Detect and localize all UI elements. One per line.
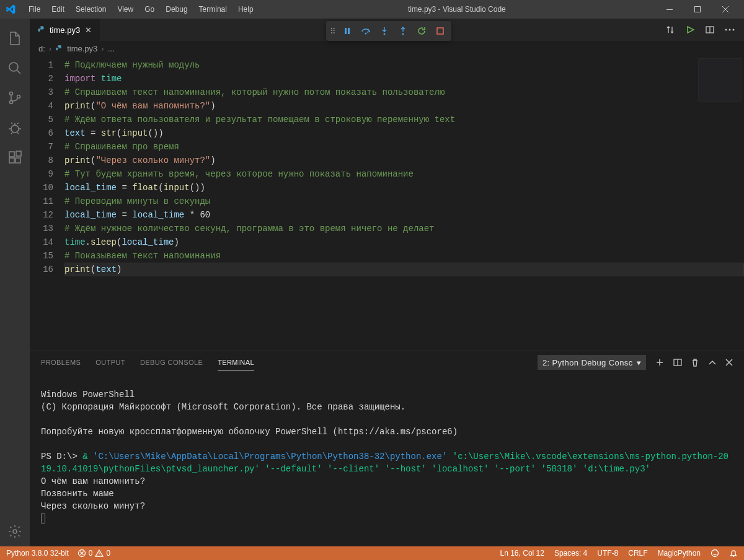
status-indent[interactable]: Spaces: 4 [554, 549, 587, 558]
svg-rect-9 [16, 158, 20, 163]
stop-button[interactable] [433, 24, 448, 38]
activity-bar [0, 19, 30, 546]
status-python-version[interactable]: Python 3.8.0 32-bit [6, 549, 69, 558]
terminal-output[interactable]: Windows PowerShell (C) Корпорация Майкро… [30, 374, 744, 546]
breadcrumb-file[interactable]: time.py3 [67, 44, 97, 53]
tab-terminal[interactable]: TERMINAL [218, 355, 254, 370]
terminal-selector-label: 2: Python Debug Consc [542, 358, 633, 367]
svg-point-13 [384, 33, 386, 35]
debug-icon[interactable] [0, 113, 30, 142]
terminal-cursor [41, 514, 45, 523]
menu-debug[interactable]: Debug [161, 2, 192, 16]
title-bar: File Edit Selection View Go Debug Termin… [0, 0, 744, 19]
status-problems[interactable]: 0 0 [78, 549, 110, 558]
maximize-button[interactable] [683, 0, 711, 19]
feedback-icon[interactable] [711, 549, 719, 558]
menu-selection[interactable]: Selection [71, 2, 111, 16]
step-out-button[interactable] [396, 24, 410, 38]
menu-file[interactable]: File [24, 2, 45, 16]
close-button[interactable] [711, 0, 739, 19]
status-language[interactable]: MagicPython [658, 549, 701, 558]
code-editor[interactable]: 12345678910111213141516 # Подключаем нуж… [30, 56, 744, 351]
editor-tab[interactable]: time.py3 ✕ [30, 19, 100, 41]
svg-point-3 [10, 92, 13, 95]
kill-terminal-icon[interactable] [691, 358, 699, 367]
breadcrumb-root[interactable]: d: [38, 44, 45, 53]
editor-tabs: time.py3 ✕ ⠿ [30, 19, 744, 41]
line-gutter: 12345678910111213141516 [30, 56, 64, 351]
python-file-icon [55, 45, 63, 53]
svg-rect-0 [666, 9, 673, 10]
status-encoding[interactable]: UTF-8 [597, 549, 618, 558]
step-over-button[interactable] [358, 24, 373, 38]
window-title: time.py3 - Visual Studio Code [259, 5, 655, 14]
run-icon[interactable] [683, 23, 697, 37]
split-editor-icon[interactable] [703, 23, 717, 37]
svg-point-17 [725, 29, 727, 31]
breadcrumb[interactable]: d: › time.py3 › ... [30, 41, 744, 56]
svg-point-22 [712, 550, 719, 557]
search-icon[interactable] [0, 53, 30, 83]
svg-rect-15 [437, 28, 443, 34]
compare-changes-icon[interactable] [663, 23, 677, 37]
vscode-logo-icon [5, 4, 16, 15]
menu-bar: File Edit Selection View Go Debug Termin… [24, 2, 259, 16]
tab-output[interactable]: OUTPUT [95, 355, 125, 370]
svg-point-6 [11, 125, 19, 133]
code-content[interactable]: # Подключаем нужный модульimport time# С… [64, 56, 744, 351]
drag-grip-icon[interactable]: ⠿ [330, 27, 336, 36]
extensions-icon[interactable] [0, 142, 30, 172]
svg-point-2 [9, 63, 18, 71]
window-controls [655, 0, 739, 19]
svg-point-14 [402, 33, 404, 35]
explorer-icon[interactable] [0, 24, 30, 53]
tab-debug-console[interactable]: DEBUG CONSOLE [140, 355, 203, 370]
pause-button[interactable] [340, 24, 355, 38]
svg-point-11 [13, 530, 17, 533]
bottom-panel: PROBLEMS OUTPUT DEBUG CONSOLE TERMINAL 2… [30, 351, 744, 546]
menu-view[interactable]: View [112, 2, 138, 16]
debug-toolbar[interactable]: ⠿ [326, 21, 451, 41]
menu-edit[interactable]: Edit [46, 2, 69, 16]
chevron-right-icon: › [49, 44, 51, 53]
chevron-right-icon: › [101, 44, 104, 53]
svg-point-12 [365, 33, 367, 35]
notifications-icon[interactable] [729, 549, 738, 558]
svg-point-19 [733, 29, 735, 31]
python-file-icon [37, 25, 46, 34]
tab-close-icon[interactable]: ✕ [84, 25, 92, 34]
tab-filename: time.py3 [50, 25, 80, 35]
minimize-button[interactable] [655, 0, 683, 19]
chevron-down-icon: ▾ [637, 358, 641, 367]
svg-rect-1 [694, 7, 700, 12]
terminal-selector[interactable]: 2: Python Debug Consc ▾ [538, 355, 646, 370]
svg-point-18 [729, 29, 731, 31]
panel-tabs: PROBLEMS OUTPUT DEBUG CONSOLE TERMINAL 2… [30, 351, 744, 374]
svg-point-5 [17, 95, 20, 98]
status-eol[interactable]: CRLF [628, 549, 647, 558]
menu-go[interactable]: Go [140, 2, 159, 16]
status-bar: Python 3.8.0 32-bit 0 0 Ln 16, Col 12 Sp… [0, 546, 744, 560]
menu-terminal[interactable]: Terminal [194, 2, 232, 16]
svg-rect-7 [9, 152, 14, 157]
step-into-button[interactable] [377, 24, 392, 38]
restart-button[interactable] [414, 24, 429, 38]
maximize-panel-icon[interactable] [708, 359, 717, 365]
menu-help[interactable]: Help [233, 2, 259, 16]
new-terminal-icon[interactable] [655, 357, 665, 367]
more-actions-icon[interactable] [723, 23, 737, 37]
status-cursor-pos[interactable]: Ln 16, Col 12 [500, 549, 544, 558]
minimap[interactable] [698, 58, 742, 102]
close-panel-icon[interactable] [725, 359, 733, 366]
svg-point-4 [10, 101, 13, 104]
svg-rect-8 [9, 158, 14, 163]
source-control-icon[interactable] [0, 83, 30, 113]
settings-gear-icon[interactable] [0, 517, 30, 546]
svg-rect-10 [16, 151, 21, 156]
breadcrumb-symbol[interactable]: ... [108, 44, 115, 53]
tab-problems[interactable]: PROBLEMS [41, 355, 81, 370]
split-terminal-icon[interactable] [673, 358, 682, 367]
